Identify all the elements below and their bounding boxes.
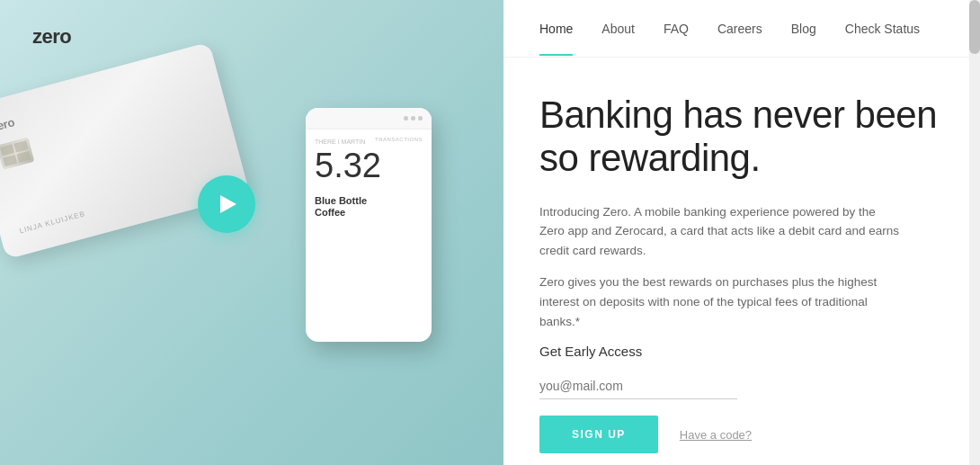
left-panel: zero zero LINJA KLUIJKEB bbox=[0, 0, 503, 465]
phone-dot-1 bbox=[404, 116, 408, 121]
phone-amount: 5.32 bbox=[315, 148, 423, 183]
main-content: Banking has never been so rewarding. Int… bbox=[503, 58, 980, 465]
card-chip bbox=[0, 138, 34, 170]
card-logo: zero bbox=[0, 115, 16, 134]
nav-item-careers[interactable]: Careers bbox=[717, 2, 762, 56]
phone-transaction-label: Transactions bbox=[375, 137, 423, 142]
play-button[interactable] bbox=[198, 175, 255, 233]
scrollbar[interactable] bbox=[969, 0, 980, 465]
nav-item-blog[interactable]: Blog bbox=[791, 2, 816, 56]
description-2: Zero gives you the best rewards on purch… bbox=[539, 273, 899, 331]
description-1: Introducing Zero. A mobile banking exper… bbox=[539, 202, 899, 261]
have-code-link[interactable]: Have a code? bbox=[680, 428, 752, 442]
phone-merchant: Blue Bottle Coffee bbox=[315, 195, 423, 219]
email-input[interactable] bbox=[539, 373, 737, 399]
signup-button[interactable]: SIGN UP bbox=[539, 416, 658, 453]
phone-frame: Transactions THERE I MARTIN 5.32 Blue Bo… bbox=[306, 108, 432, 342]
email-input-wrapper bbox=[539, 373, 737, 399]
nav-item-about[interactable]: About bbox=[601, 2, 635, 56]
card-name: LINJA KLUIJKEB bbox=[19, 210, 86, 235]
logo: zero bbox=[32, 25, 71, 49]
hero-title: Banking has never been so rewarding. bbox=[539, 94, 944, 181]
phone-dot-3 bbox=[418, 116, 423, 121]
early-access-label: Get Early Access bbox=[539, 344, 944, 359]
navigation: Home About FAQ Careers Blog Check Status bbox=[503, 0, 980, 58]
phone-container: Transactions THERE I MARTIN 5.32 Blue Bo… bbox=[306, 108, 450, 450]
chip-cell-4 bbox=[17, 151, 31, 163]
scrollbar-thumb[interactable] bbox=[969, 0, 980, 54]
phone-dots bbox=[404, 116, 423, 121]
play-icon bbox=[220, 195, 236, 213]
phone-screen: Transactions THERE I MARTIN 5.32 Blue Bo… bbox=[306, 130, 432, 228]
right-panel: Home About FAQ Careers Blog Check Status… bbox=[503, 0, 980, 465]
phone-dot-2 bbox=[411, 116, 415, 121]
phone-top-bar bbox=[306, 108, 432, 130]
chip-cell-3 bbox=[3, 155, 17, 166]
cta-row: SIGN UP Have a code? bbox=[539, 416, 944, 453]
nav-item-home[interactable]: Home bbox=[539, 2, 573, 56]
nav-item-faq[interactable]: FAQ bbox=[664, 2, 689, 56]
nav-item-check-status[interactable]: Check Status bbox=[845, 2, 920, 56]
